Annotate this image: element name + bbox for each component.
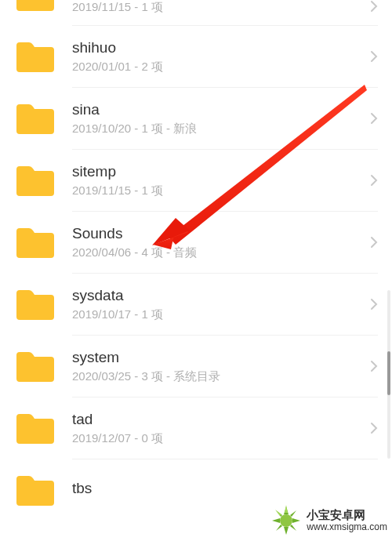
svg-point-0: [280, 514, 292, 527]
chevron-right-icon: [370, 422, 378, 434]
folder-icon: [13, 37, 58, 76]
folder-meta: 2019/11/15 - 1 项: [72, 183, 364, 198]
chevron-right-icon: [370, 0, 378, 13]
folder-info: tbs: [72, 480, 378, 500]
folder-icon: [13, 408, 58, 448]
folder-meta: 2020/01/01 - 2 项: [72, 60, 364, 74]
folder-icon: [13, 470, 58, 510]
folder-info: sitemp 2019/11/15 - 1 项: [72, 163, 364, 198]
chevron-right-icon: [370, 298, 378, 310]
folder-row[interactable]: system 2020/03/25 - 3 项 - 系统目录: [0, 336, 392, 397]
watermark-url: www.xmsigma.com: [307, 522, 387, 533]
folder-name: shihuo: [72, 39, 364, 56]
folder-info: shihuo 2020/01/01 - 2 项: [72, 39, 364, 74]
folder-icon: [13, 0, 58, 14]
folder-name: sitemp: [72, 163, 364, 180]
folder-row[interactable]: Sounds 2020/04/06 - 4 项 - 音频: [0, 212, 392, 273]
folder-name: system: [72, 349, 364, 366]
folder-info: sina 2019/10/20 - 1 项 - 新浪: [72, 101, 364, 136]
folder-row[interactable]: sitemp 2019/11/15 - 1 项: [0, 150, 392, 211]
folder-icon: [13, 285, 58, 324]
folder-row[interactable]: 2019/11/15 - 1 项: [0, 0, 392, 25]
folder-row[interactable]: tbs: [0, 459, 392, 510]
folder-info: Sounds 2020/04/06 - 4 项 - 音频: [72, 225, 364, 260]
folder-meta: 2019/10/20 - 1 项 - 新浪: [72, 122, 364, 136]
folder-icon: [13, 99, 58, 138]
folder-info: system 2020/03/25 - 3 项 - 系统目录: [72, 349, 364, 384]
folder-info: tad 2019/12/07 - 0 项: [72, 411, 364, 446]
chevron-right-icon: [370, 50, 378, 63]
folder-icon: [13, 223, 58, 262]
chevron-right-icon: [370, 112, 378, 125]
folder-name: Sounds: [72, 225, 364, 242]
folder-meta: 2019/10/17 - 1 项: [72, 307, 364, 322]
chevron-right-icon: [370, 174, 378, 187]
folder-info: 2019/11/15 - 1 项: [72, 0, 364, 14]
folder-meta: 2020/04/06 - 4 项 - 音频: [72, 245, 364, 260]
watermark-logo-icon: [269, 503, 303, 538]
folder-meta: 2019/11/15 - 1 项: [72, 0, 163, 15]
folder-name: sysdata: [72, 287, 364, 304]
folder-name: tbs: [72, 480, 378, 497]
folder-row[interactable]: shihuo 2020/01/01 - 2 项: [0, 26, 392, 87]
watermark: 小宝安卓网 www.xmsigma.com: [269, 503, 387, 538]
folder-icon: [13, 347, 58, 386]
chevron-right-icon: [370, 360, 378, 372]
folder-row[interactable]: tad 2019/12/07 - 0 项: [0, 398, 392, 459]
folder-meta: 2020/03/25 - 3 项 - 系统目录: [72, 369, 364, 384]
folder-info: sysdata 2019/10/17 - 1 项: [72, 287, 364, 322]
folder-row[interactable]: sysdata 2019/10/17 - 1 项: [0, 274, 392, 335]
folder-meta: 2019/12/07 - 0 项: [72, 431, 364, 446]
chevron-right-icon: [370, 236, 378, 249]
scrollbar-thumb[interactable]: [387, 351, 390, 395]
watermark-title: 小宝安卓网: [307, 508, 365, 521]
folder-icon: [13, 161, 58, 200]
folder-name: sina: [72, 101, 364, 118]
file-list: 2019/11/15 - 1 项 shihuo 2020/01/01 - 2 项…: [0, 0, 392, 541]
folder-name: tad: [72, 411, 364, 428]
folder-row[interactable]: sina 2019/10/20 - 1 项 - 新浪: [0, 88, 392, 149]
